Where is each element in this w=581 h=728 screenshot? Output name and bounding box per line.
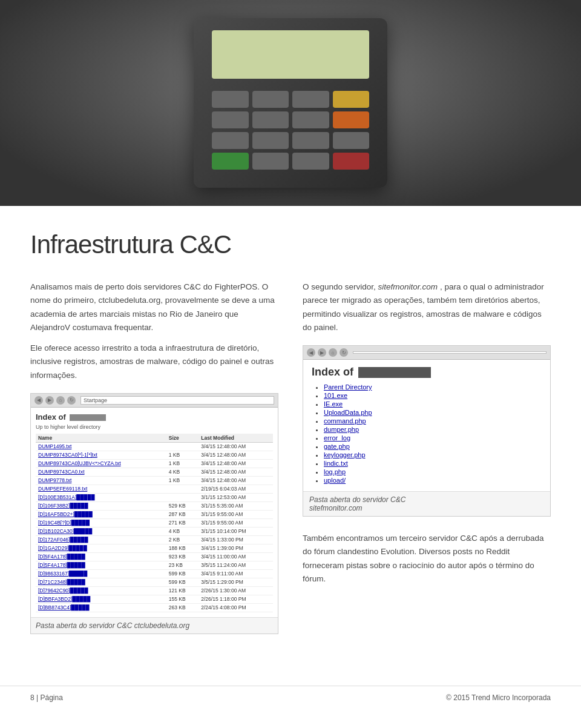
file-size: 188 KB — [166, 544, 199, 552]
key-green — [212, 153, 249, 170]
list-item: lindic.txt — [324, 460, 542, 467]
file-name[interactable]: [D]71C2348]█████ — [36, 578, 166, 586]
back-btn-r[interactable]: ◀ — [307, 348, 315, 357]
table-row: [D]5F4A178]█████923 KB3/4/15 11:00:00 AM — [36, 552, 273, 561]
file-modified: 3/4/15 12:48:00 AM — [199, 459, 273, 468]
file-name[interactable]: [D]1GA2D29]█████ — [36, 544, 166, 552]
refresh-btn-r[interactable]: ↻ — [340, 348, 348, 357]
address-bar-right[interactable] — [353, 351, 547, 354]
table-row: [D]172AF046]█████2 KB3/4/15 1:33:00 PM — [36, 535, 273, 544]
caption-line1: Pasta aberta do servidor C&C — [309, 495, 544, 504]
file-name[interactable]: [D]5F4A178]█████ — [36, 552, 166, 561]
file-name[interactable]: [D]5F4A178]█████ — [36, 561, 166, 569]
file-size: 121 KB — [166, 586, 199, 595]
file-name[interactable]: [D]BB8743C4]█████ — [36, 603, 166, 612]
dir-subtitle: Up to higher level directory — [36, 424, 273, 430]
table-row: [D]79642C90]█████121 KB2/26/15 1:30:00 A… — [36, 586, 273, 595]
file-size: 2 KB — [166, 535, 199, 544]
file-size: 1 KB — [166, 476, 199, 485]
right-para-italic: sitefmonitor.com — [378, 282, 438, 291]
home-btn-r[interactable]: ⌂ — [329, 348, 337, 357]
file-link[interactable]: keylogger.php — [324, 451, 366, 458]
file-size: 529 KB — [166, 501, 199, 510]
file-link[interactable]: command.php — [324, 417, 366, 425]
file-modified: 3/1/15 5:35:00 AM — [199, 501, 273, 510]
page-title: Infraestrutura C&C — [30, 230, 551, 259]
file-link[interactable]: upload/ — [324, 477, 346, 484]
dir-right-title: Index of — [312, 366, 542, 379]
file-modified: 2/26/15 1:18:00 PM — [199, 595, 273, 603]
refresh-btn[interactable]: ↻ — [67, 396, 76, 405]
file-modified: 3/5/15 11:24:00 AM — [199, 561, 273, 569]
key — [252, 153, 289, 170]
file-modified: 2/19/15 6:04:03 AM — [199, 485, 273, 493]
file-name[interactable]: DUMP89743CA0[*]-1[*]txt — [36, 451, 166, 459]
table-row: [D]BBFA3BD2]█████155 KB2/26/15 1:18:00 P… — [36, 595, 273, 603]
table-row: DUMP9778.txt1 KB3/4/15 12:48:00 AM — [36, 476, 273, 485]
file-name[interactable]: [D]BBFA3BD2]█████ — [36, 595, 166, 603]
file-modified: 3/4/15 12:48:00 AM — [199, 451, 273, 459]
file-name[interactable]: [D]106F38B2]█████ — [36, 501, 166, 510]
table-row: [D]1GA2D29]█████188 KB3/4/15 1:39:00 PM — [36, 544, 273, 552]
file-link[interactable]: UploadData.php — [324, 409, 372, 416]
file-size: 923 KB — [166, 552, 199, 561]
footer-left: 8 | Página — [30, 693, 63, 702]
list-item: UploadData.php — [324, 409, 542, 416]
key — [333, 132, 370, 149]
file-name[interactable]: [D]79642C90]█████ — [36, 586, 166, 595]
key — [252, 91, 289, 108]
file-link[interactable]: error_log — [324, 434, 350, 442]
home-btn[interactable]: ⌂ — [56, 396, 65, 405]
file-link[interactable]: gate.php — [324, 443, 350, 450]
file-link[interactable]: dumper.php — [324, 426, 359, 433]
file-modified: 3/4/15 12:48:00 AM — [199, 476, 273, 485]
table-row: [D]106F38B2]█████529 KB3/1/15 5:35:00 AM — [36, 501, 273, 510]
redact-bar — [70, 414, 106, 421]
key-yellow — [333, 91, 370, 108]
file-modified: 3/4/15 9:11:00 AM — [199, 569, 273, 578]
table-row: DUMP89743CA0[*]-1[*]txt1 KB3/4/15 12:48:… — [36, 451, 273, 459]
file-link[interactable]: log.php — [324, 468, 346, 475]
file-link[interactable]: IE.exe — [324, 400, 343, 408]
dir-right-content: Index of Parent Directory101.exeIE.exeUp… — [303, 360, 550, 491]
file-size — [166, 485, 199, 493]
file-name[interactable]: [D]19C4B[?]D]█████ — [36, 518, 166, 527]
file-name[interactable]: [D]98633167]█████ — [36, 569, 166, 578]
file-name[interactable]: [D]100E3B531A]█████ — [36, 493, 166, 501]
file-size — [166, 493, 199, 501]
back-btn[interactable]: ◀ — [34, 396, 43, 405]
key-red — [333, 153, 370, 170]
pos-keypad — [212, 91, 369, 170]
table-row: DUMP89743CA0[UJBV<*>CYZA.txt1 KB3/4/15 1… — [36, 459, 273, 468]
file-name[interactable]: [D]172AF046]█████ — [36, 535, 166, 544]
file-modified: 3/1/15 12:53:00 AM — [199, 493, 273, 501]
key — [212, 91, 249, 108]
file-link[interactable]: Parent Directory — [324, 383, 372, 391]
left-para-1: Analisamos mais de perto dois servidores… — [30, 280, 278, 334]
table-row: [D]100E3B531A]█████3/1/15 12:53:00 AM — [36, 493, 273, 501]
bottom-para: Também encontramos um terceiro servidor … — [303, 532, 551, 586]
file-modified: 3/1/15 9:55:00 AM — [199, 510, 273, 518]
forward-btn-r[interactable]: ▶ — [318, 348, 326, 357]
file-name[interactable]: DUMP1495.txt — [36, 442, 166, 451]
file-name[interactable]: DUMP5EFE69118.txt — [36, 485, 166, 493]
file-name[interactable]: [D]16AF5BD2+]█████ — [36, 510, 166, 518]
pos-body — [194, 18, 387, 188]
file-modified: 3/4/15 12:48:00 AM — [199, 442, 273, 451]
key — [292, 111, 329, 128]
address-bar[interactable]: Startpage — [80, 396, 274, 405]
file-name[interactable]: [D]1B102CA30]█████ — [36, 527, 166, 535]
file-size: 599 KB — [166, 569, 199, 578]
forward-btn[interactable]: ▶ — [45, 396, 54, 405]
table-row: [D]98633167]█████599 KB3/4/15 9:11:00 AM — [36, 569, 273, 578]
file-name[interactable]: DUMP9778.txt — [36, 476, 166, 485]
file-link[interactable]: 101.exe — [324, 392, 347, 399]
key — [292, 132, 329, 149]
file-name[interactable]: DUMP89743CA0.txt — [36, 468, 166, 476]
file-link[interactable]: lindic.txt — [324, 460, 348, 467]
col-modified: Last Modified — [199, 434, 273, 443]
browser-bar-right: ◀ ▶ ⌂ ↻ — [303, 346, 550, 360]
list-item: keylogger.php — [324, 451, 542, 458]
file-name[interactable]: DUMP89743CA0[UJBV<*>CYZA.txt — [36, 459, 166, 468]
list-item: Parent Directory — [324, 383, 542, 391]
